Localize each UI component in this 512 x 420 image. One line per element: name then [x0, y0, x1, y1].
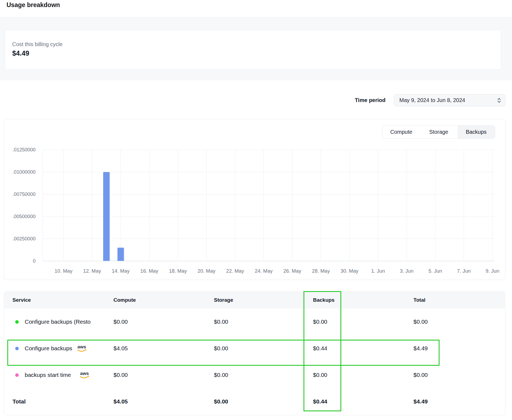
cost-card: Cost this billing cycle $4.49 [5, 30, 501, 69]
x-axis-tick-label: 20. May [198, 268, 216, 274]
cell-compute: $0.00 [113, 362, 128, 388]
x-axis-tick-label: 5. Jun [428, 268, 442, 274]
cost-card-value: $4.49 [12, 49, 501, 57]
time-period-select[interactable]: May 9, 2024 to Jun 8, 2024 [394, 94, 505, 106]
header-compute: Compute [113, 292, 136, 308]
y-axis-tick-label: .01000000 [12, 169, 36, 175]
header-backups: Backups [313, 292, 334, 308]
y-axis-tick-label: .01250000 [12, 147, 36, 152]
x-axis-tick-label: 9. Jun [486, 268, 499, 274]
x-axis-tick-label: 26. May [283, 268, 302, 274]
summary-section: Cost this billing cycle $4.49 [0, 17, 512, 80]
y-axis-tick-label: 0 [33, 258, 36, 264]
x-axis-tick-label: 3. Jun [400, 268, 413, 274]
total-cell-total: $4.49 [413, 388, 428, 415]
cell-backups: $0.00 [313, 362, 327, 388]
usage-chart-panel: ComputeStorageBackups .01250000.01000000… [4, 119, 505, 280]
series-dot-icon [15, 347, 19, 350]
table-row: Configure backups (Resto$0.00$0.00$0.00$… [4, 308, 505, 335]
total-cell-storage: $0.00 [214, 388, 228, 415]
chevron-up-down-icon [497, 97, 501, 104]
cell-total: $0.00 [413, 308, 428, 335]
cell-backups: $0.00 [313, 308, 327, 335]
time-period-value: May 9, 2024 to Jun 8, 2024 [399, 97, 497, 103]
cell-compute: $4.05 [113, 335, 128, 362]
cell-backups: $0.44 [313, 335, 327, 362]
x-axis-tick-label: 7. Jun [457, 268, 470, 274]
series-dot-icon [15, 320, 19, 324]
service-name: Configure backups [25, 335, 72, 362]
y-axis-tick-label: .00500000 [12, 214, 36, 219]
table-header-row: Service Compute Storage Backups Total [4, 292, 505, 308]
header-storage: Storage [214, 292, 233, 308]
y-axis-tick-label: .00750000 [12, 192, 36, 197]
total-cell-backups: $0.44 [313, 388, 327, 415]
table-row: backups start timeaws$0.00$0.00$0.00$0.0… [4, 362, 505, 388]
total-label: Total [12, 388, 26, 415]
x-axis-tick-label: 1. Jun [371, 268, 385, 274]
cell-storage: $0.00 [214, 335, 228, 362]
x-axis-tick-label: 24. May [255, 268, 273, 274]
table-total-row: Total$4.05$0.00$0.44$4.49 [4, 388, 505, 415]
x-axis-tick-label: 12. May [83, 268, 101, 274]
x-axis-tick-label: 16. May [140, 268, 159, 274]
y-axis-tick-label: .00250000 [12, 236, 36, 241]
cell-total: $4.49 [413, 335, 428, 362]
usage-bar-chart: .01250000.01000000.00750000.00500000.002… [4, 119, 505, 280]
service-name: backups start time [25, 362, 71, 388]
svg-text:aws: aws [80, 371, 89, 376]
usage-bar [118, 248, 124, 261]
x-axis-tick-label: 14. May [112, 268, 130, 274]
x-axis-tick-label: 18. May [169, 268, 187, 274]
x-axis-tick-label: 30. May [340, 268, 359, 274]
time-period-label: Time period [320, 97, 385, 103]
cell-storage: $0.00 [214, 308, 228, 335]
header-service: Service [12, 292, 31, 308]
cell-storage: $0.00 [214, 362, 228, 388]
header-total: Total [413, 292, 425, 308]
usage-table: Service Compute Storage Backups Total Co… [4, 291, 505, 415]
svg-text:aws: aws [77, 344, 86, 349]
aws-icon: aws [78, 370, 91, 381]
usage-bar [103, 172, 110, 261]
total-cell-compute: $4.05 [113, 388, 128, 415]
service-name: Configure backups (Resto [25, 308, 91, 335]
aws-icon: aws [75, 344, 88, 354]
cell-compute: $0.00 [113, 308, 128, 335]
x-axis-tick-label: 22. May [226, 268, 244, 274]
cost-card-label: Cost this billing cycle [12, 41, 501, 47]
series-dot-icon [15, 373, 19, 377]
page-title: Usage breakdown [7, 1, 60, 9]
x-axis-tick-label: 28. May [312, 268, 330, 274]
table-row: Configure backupsaws$4.05$0.00$0.44$4.49 [4, 335, 505, 362]
x-axis-tick-label: 10. May [55, 268, 73, 274]
cell-total: $0.00 [413, 362, 428, 388]
